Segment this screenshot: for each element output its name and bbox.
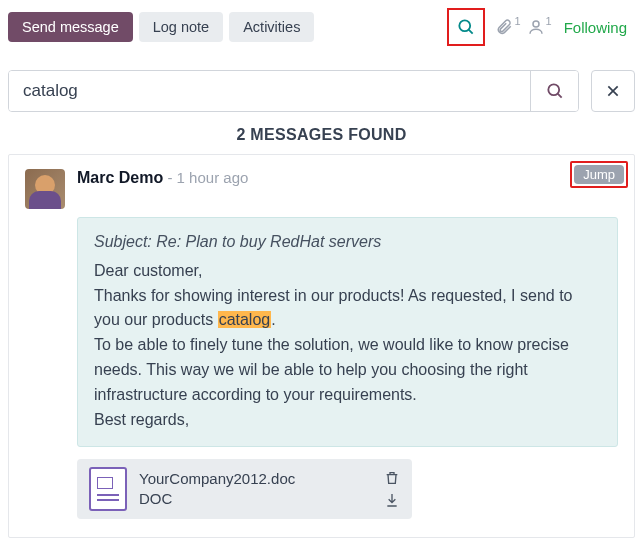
search-highlight: catalog	[218, 311, 272, 328]
delete-attachment-button[interactable]	[384, 470, 400, 486]
download-icon	[384, 492, 400, 508]
message-time: 1 hour ago	[177, 169, 249, 186]
follower-count: 1	[546, 15, 552, 27]
body-line: Dear customer,	[94, 259, 601, 284]
search-submit-button[interactable]	[530, 71, 578, 111]
file-icon	[89, 467, 127, 511]
search-toggle-highlight	[447, 8, 485, 46]
attachment-count: 1	[514, 15, 520, 27]
svg-point-2	[533, 21, 539, 27]
person-icon	[527, 18, 545, 36]
download-attachment-button[interactable]	[384, 492, 400, 508]
svg-line-1	[469, 30, 473, 34]
close-icon	[605, 83, 621, 99]
body-text: Thanks for showing interest in our produ…	[94, 287, 572, 329]
jump-button[interactable]: Jump	[574, 165, 624, 184]
search-icon	[545, 81, 565, 101]
avatar	[25, 169, 65, 209]
svg-line-4	[557, 94, 561, 98]
body-line: Thanks for showing interest in our produ…	[94, 284, 601, 334]
trash-icon	[384, 470, 400, 486]
close-search-button[interactable]	[591, 70, 635, 112]
composer-toolbar: Send message Log note Activities 1 1 Fol…	[8, 8, 635, 46]
message-subject: Subject: Re: Plan to buy RedHat servers	[94, 230, 601, 255]
attachment-chip[interactable]: YourCompany2012.doc DOC	[77, 459, 412, 519]
search-row	[8, 70, 635, 112]
message-card: Jump Marc Demo - 1 hour ago Subject: Re:…	[8, 154, 635, 538]
search-input[interactable]	[9, 71, 530, 111]
log-note-button[interactable]: Log note	[139, 12, 223, 42]
search-box	[8, 70, 579, 112]
svg-point-0	[460, 20, 471, 31]
followers-counter[interactable]: 1	[527, 18, 552, 36]
attachments-counter[interactable]: 1	[495, 18, 520, 36]
message-body: Subject: Re: Plan to buy RedHat servers …	[77, 217, 618, 447]
body-text: .	[271, 311, 275, 328]
file-type: DOC	[139, 489, 372, 509]
results-header: 2 MESSAGES FOUND	[8, 126, 635, 144]
jump-highlight: Jump	[570, 161, 628, 188]
file-meta: YourCompany2012.doc DOC	[139, 469, 372, 510]
body-line: To be able to finely tune the solution, …	[94, 333, 601, 407]
time-sep: -	[163, 169, 176, 186]
body-line: Best regards,	[94, 408, 601, 433]
following-label[interactable]: Following	[564, 19, 627, 36]
svg-point-3	[548, 84, 559, 95]
file-name: YourCompany2012.doc	[139, 469, 372, 489]
paperclip-icon	[495, 18, 513, 36]
activities-button[interactable]: Activities	[229, 12, 314, 42]
author-name: Marc Demo	[77, 169, 163, 186]
send-message-button[interactable]: Send message	[8, 12, 133, 42]
search-icon[interactable]	[450, 11, 482, 43]
